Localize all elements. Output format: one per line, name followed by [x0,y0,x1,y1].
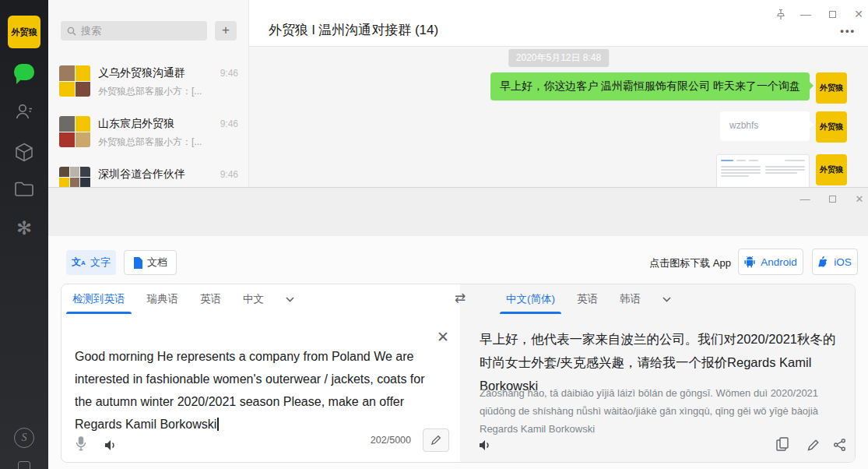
maximize-button[interactable] [824,6,841,23]
listen-translation-icon[interactable] [480,439,493,451]
listen-source-icon[interactable] [105,439,118,451]
android-icon [744,256,755,268]
search-input[interactable]: 搜索 [61,21,207,41]
message-bubble[interactable]: 早上好，你这边客户 温州霸恒服饰有限公司 昨天来了一个询盘 [490,72,810,100]
share-icon[interactable] [834,439,845,451]
screen: 外贸狼 ✻ S 搜索 + [0,0,868,469]
swap-languages-icon[interactable]: ⇄ [450,290,470,306]
edit-translation-icon[interactable] [807,439,819,451]
add-chat-button[interactable]: + [215,21,237,41]
minimize-button[interactable]: — [797,192,813,207]
apple-icon [818,256,828,268]
chat-time: 9:46 [220,68,238,79]
translator-titlebar: — ✕ [48,188,868,236]
chat-title: 义乌外贸狼沟通群 [98,66,185,80]
source-text-input[interactable]: Good morning He represents a company fro… [75,345,427,436]
group-avatar [59,65,90,97]
contacts-icon[interactable] [14,101,34,122]
chevron-down-icon[interactable] [275,284,305,314]
date-chip: 2020年5月12日 8:48 [508,49,609,67]
chat-list-item[interactable]: 义乌外贸狼沟通群 9:46 外贸狼总部客服小方：[... [48,58,249,108]
microphone-icon[interactable] [76,436,86,451]
document-icon [133,257,142,269]
maximize-button[interactable] [824,192,840,207]
chat-title: 山东宸启外贸狼 [98,117,174,131]
chevron-down-icon[interactable] [652,284,682,314]
translator-window: — ✕ 文A 文字 文档 点击图标下载 App [48,187,868,469]
settings-flower-icon[interactable]: ✻ [16,218,32,238]
chat-title: 深圳谷道合作伙伴 [98,168,185,182]
text-cursor [217,418,219,431]
tab-chinese[interactable]: 中文 [232,284,275,314]
target-language-tabs: 中文(简体) 英语 韩语 [495,284,682,314]
download-hint: 点击图标下载 App [649,256,731,270]
chat-list-item[interactable]: 山东宸启外贸狼 9:46 外贸狼总部客服小方：[... [48,108,249,159]
avatar[interactable]: 外贸狼 [816,154,847,185]
search-placeholder: 搜索 [81,24,101,38]
chat-icon[interactable] [14,64,34,80]
copy-icon[interactable] [776,437,789,451]
tab-korean[interactable]: 韩语 [609,284,652,314]
ios-download-button[interactable]: iOS [812,249,858,275]
chat-time: 9:46 [220,118,238,129]
close-button[interactable]: ✕ [852,192,867,207]
app-logo[interactable]: 外贸狼 [8,16,40,48]
folder-icon[interactable] [14,180,34,197]
android-download-button[interactable]: Android [738,249,803,275]
avatar[interactable]: 外贸狼 [816,111,847,143]
tab-chinese-simplified[interactable]: 中文(简体) [495,284,566,314]
document-mode-button[interactable]: 文档 [124,250,177,275]
message-bubble[interactable]: wzbhfs [720,111,810,141]
tab-detected-language[interactable]: 检测到英语 [61,284,136,314]
group-avatar [59,116,90,147]
tab-english[interactable]: 英语 [189,284,232,314]
pinyin-text: Zǎoshang hǎo, tā dàibiǎo yījiā láizì bōl… [480,384,845,438]
close-button[interactable]: ✕ [850,6,867,23]
chat-last-message: 外贸狼总部客服小方：[... [98,85,234,98]
chat-time: 9:46 [220,169,238,180]
text-mode-button[interactable]: 文A 文字 [66,250,116,275]
chat-window-title: 外贸狼 l 温州沟通对接群 (14) [269,21,438,39]
pin-icon[interactable] [772,6,789,23]
char-counter: 202/5000 [371,435,411,446]
window-icon[interactable] [18,461,30,469]
clear-source-icon[interactable]: ✕ [437,328,449,346]
tab-english[interactable]: 英语 [566,284,609,314]
minimize-button[interactable]: — [797,6,814,23]
link-icon[interactable]: S [14,428,34,448]
chat-last-message: 外贸狼总部客服小方：[... [98,136,234,149]
app-logo-label: 外贸狼 [12,26,37,38]
tab-swedish[interactable]: 瑞典语 [136,284,190,314]
package-icon[interactable] [14,142,34,163]
avatar[interactable]: 外贸狼 [816,72,847,104]
more-menu-button[interactable]: ••• [840,25,856,37]
app-sidebar: 外贸狼 ✻ S [0,0,48,469]
search-icon [67,26,76,36]
message-image-thumbnail[interactable] [716,154,810,192]
translate-icon: 文A [72,258,86,267]
chat-header: 外贸狼 l 温州沟通对接群 (14) — ✕ ••• [249,0,868,47]
translate-card: 检测到英语 瑞典语 英语 中文 ⇄ 中文(简体) 英语 韩语 ✕ Good [61,284,856,463]
handwriting-button[interactable] [423,428,449,452]
source-language-tabs: 检测到英语 瑞典语 英语 中文 [61,284,305,314]
